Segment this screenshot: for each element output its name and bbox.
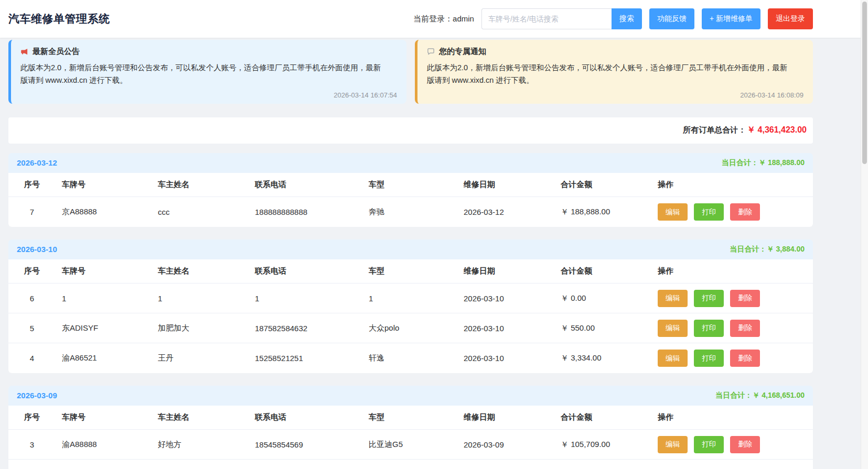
print-button[interactable]: 打印 — [694, 436, 724, 453]
announcement-title: 最新全员公告 — [33, 47, 80, 57]
orders-table: 序号车牌号车主姓名联系电话车型维修日期合计金额操作 7 京A88888 ccc … — [8, 173, 813, 227]
column-header: 车型 — [362, 406, 457, 430]
edit-button[interactable]: 编辑 — [658, 350, 688, 367]
search-input[interactable] — [481, 8, 612, 29]
personal-notice-title: 您的专属通知 — [439, 47, 486, 57]
print-button[interactable]: 打印 — [694, 320, 724, 337]
cell-owner-name: 加肥加大 — [152, 313, 249, 343]
column-header: 合计金额 — [554, 406, 651, 430]
print-button[interactable]: 打印 — [694, 203, 724, 221]
column-header: 维修日期 — [457, 259, 554, 283]
cell-actions: 编辑 打印 删除 — [651, 430, 813, 460]
column-header: 操作 — [651, 259, 813, 283]
cell-seq: 6 — [8, 283, 56, 313]
table-body: 7 京A88888 ccc 188888888888 奔驰 2026-03-12… — [8, 197, 813, 227]
personal-notice-card: 您的专属通知 此版本为2.0，新增后台账号管理和公告发布，可以私发个人账号，适合… — [415, 40, 813, 104]
cell-plate-number: 渝A86521 — [56, 343, 152, 373]
personal-notice-body: 此版本为2.0，新增后台账号管理和公告发布，可以私发个人账号，适合修理厂员工带手… — [427, 62, 794, 87]
column-header: 联系电话 — [249, 259, 362, 283]
cell-actions: 编辑 打印 删除 — [651, 343, 813, 373]
delete-button[interactable]: 删除 — [730, 203, 760, 221]
cell-seq: 4 — [8, 343, 56, 373]
order-row: 4 渝A86521 王丹 15258521251 轩逸 2026-03-10 ￥… — [8, 343, 813, 373]
orders-grand-total-bar: 所有订单总合计： ￥ 4,361,423.00 — [8, 117, 813, 144]
column-header: 维修日期 — [457, 406, 554, 430]
cell-total-amount: ￥ 188,888.00 — [554, 197, 651, 227]
edit-button[interactable]: 编辑 — [658, 290, 688, 307]
cell-total-amount: ￥ 550.00 — [554, 313, 651, 343]
print-button[interactable]: 打印 — [694, 350, 724, 367]
cell-plate-number: 东ADISYF — [56, 313, 152, 343]
daily-total: 当日合计：￥ 188,888.00 — [722, 158, 805, 168]
add-repair-order-button[interactable]: + 新增维修单 — [702, 8, 760, 29]
column-header: 序号 — [8, 173, 56, 197]
table-header-row: 序号车牌号车主姓名联系电话车型维修日期合计金额操作 — [8, 173, 813, 197]
print-button[interactable]: 打印 — [694, 290, 724, 307]
cell-car-model: 1 — [362, 283, 457, 313]
group-date: 2026-03-10 — [17, 245, 57, 254]
cell-total-amount: ￥ 3,334.00 — [554, 343, 651, 373]
cell-phone: 15258521251 — [249, 343, 362, 373]
cell-car-model: 轩逸 — [362, 343, 457, 373]
app-header: 汽车维修单管理系统 当前登录：admin 搜索 功能反馈 + 新增维修单 退出登… — [0, 0, 868, 38]
order-row: 7 京A88888 ccc 188888888888 奔驰 2026-03-12… — [8, 197, 813, 227]
column-header: 车主姓名 — [152, 259, 249, 283]
announcement-card: 最新全员公告 此版本为2.0，新增后台账号管理和公告发布，可以私发个人账号，适合… — [8, 40, 406, 104]
cell-car-model: 大众polo — [362, 313, 457, 343]
delete-button[interactable]: 删除 — [730, 350, 760, 367]
scrollbar-track[interactable] — [861, 0, 868, 469]
order-groups: 2026-03-12 当日合计：￥ 188,888.00 序号车牌号车主姓名联系… — [8, 153, 813, 469]
column-header: 联系电话 — [249, 406, 362, 430]
orders-table: 序号车牌号车主姓名联系电话车型维修日期合计金额操作 6 1 1 1 1 2026… — [8, 259, 813, 373]
column-header: 车主姓名 — [152, 406, 249, 430]
column-header: 合计金额 — [554, 173, 651, 197]
daily-total-value: ￥ 3,884.00 — [767, 245, 805, 253]
cell-plate-number: 渝A88888 — [56, 430, 152, 460]
table-header-row: 序号车牌号车主姓名联系电话车型维修日期合计金额操作 — [8, 259, 813, 283]
cell-seq: 5 — [8, 313, 56, 343]
group-header: 2026-03-12 当日合计：￥ 188,888.00 — [8, 153, 813, 173]
daily-total-value: ￥ 188,888.00 — [758, 158, 805, 167]
order-row: 3 渝A88888 好地方 18545854569 比亚迪G5 2026-03-… — [8, 430, 813, 460]
column-header: 车主姓名 — [152, 173, 249, 197]
cell-phone: 187582584632 — [249, 313, 362, 343]
cell-actions: 编辑 打印 删除 — [651, 283, 813, 313]
cell-owner-name: 1 — [152, 283, 249, 313]
grand-total-label: 所有订单总合计： — [683, 125, 746, 135]
column-header: 序号 — [8, 259, 56, 283]
cell-seq: 7 — [8, 197, 56, 227]
column-header: 车牌号 — [56, 406, 152, 430]
cell-phone: 18545854569 — [249, 430, 362, 460]
date-group: 2026-03-10 当日合计：￥ 3,884.00 序号车牌号车主姓名联系电话… — [8, 239, 813, 373]
delete-button[interactable]: 删除 — [730, 290, 760, 307]
current-login: 当前登录：admin — [413, 14, 474, 24]
cell-owner-name: ccc — [152, 197, 249, 227]
delete-button[interactable]: 删除 — [730, 436, 760, 453]
app-title: 汽车维修单管理系统 — [8, 12, 110, 26]
cell-repair-date: 2026-03-10 — [457, 283, 554, 313]
grand-total-amount: ￥ 4,361,423.00 — [747, 125, 807, 136]
cell-actions: 编辑 打印 删除 — [651, 313, 813, 343]
group-header: 2026-03-10 当日合计：￥ 3,884.00 — [8, 239, 813, 259]
scrollbar-thumb[interactable] — [862, 2, 867, 164]
edit-button[interactable]: 编辑 — [658, 436, 688, 453]
column-header: 车牌号 — [56, 259, 152, 283]
cell-repair-date: 2026-03-09 — [457, 430, 554, 460]
edit-button[interactable]: 编辑 — [658, 320, 688, 337]
personal-notice-timestamp: 2026-03-14 16:08:09 — [427, 91, 803, 99]
column-header: 维修日期 — [457, 173, 554, 197]
megaphone-icon — [20, 48, 28, 56]
delete-button[interactable]: 删除 — [730, 320, 760, 337]
daily-total: 当日合计：￥ 3,884.00 — [730, 245, 805, 254]
column-header: 车型 — [362, 259, 457, 283]
cell-total-amount: ￥ 105,709.00 — [554, 430, 651, 460]
edit-button[interactable]: 编辑 — [658, 203, 688, 221]
column-header: 车牌号 — [56, 173, 152, 197]
logout-button[interactable]: 退出登录 — [768, 8, 813, 29]
column-header: 序号 — [8, 406, 56, 430]
daily-total-label: 当日合计： — [722, 158, 758, 167]
cell-owner-name: 王丹 — [152, 343, 249, 373]
daily-total-label: 当日合计： — [715, 391, 752, 399]
search-button[interactable]: 搜索 — [612, 8, 642, 29]
feedback-button[interactable]: 功能反馈 — [649, 8, 694, 29]
